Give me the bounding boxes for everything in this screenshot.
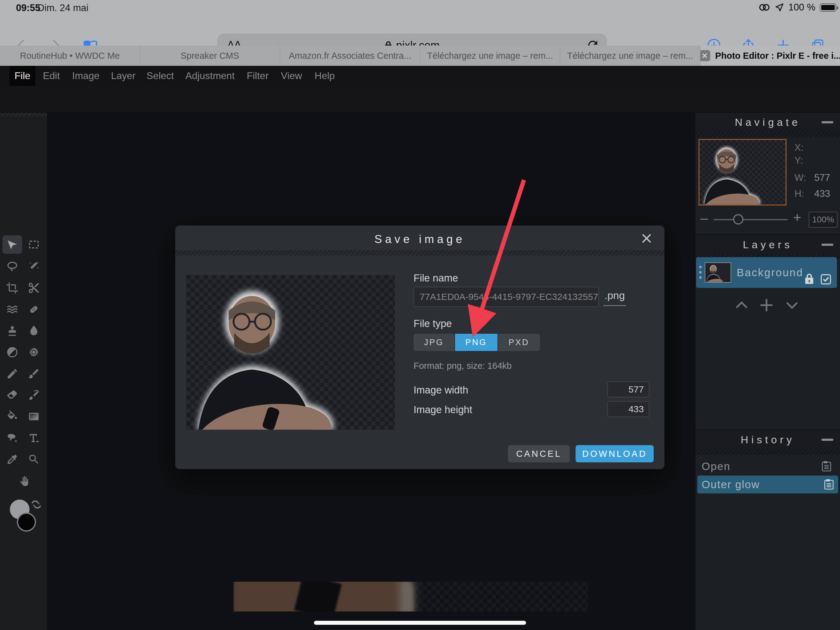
tool-cut[interactable] <box>24 279 44 297</box>
background-color-swatch[interactable] <box>17 513 36 532</box>
layer-name: Background <box>737 266 804 279</box>
dialog-hatch-band <box>175 250 665 256</box>
save-image-dialog: Save image File name 77A1ED0A-954 <box>175 225 665 469</box>
tool-heal[interactable] <box>24 300 44 319</box>
history-item-open[interactable]: Open <box>702 459 834 474</box>
file-type-png[interactable]: PNG <box>455 334 498 351</box>
image-width-input[interactable]: 577 <box>607 381 649 397</box>
layer-down-icon[interactable] <box>784 297 800 313</box>
tool-eraser[interactable] <box>2 386 22 404</box>
menu-file[interactable]: File <box>9 66 35 86</box>
tool-pen[interactable] <box>2 364 22 383</box>
tab-bar: RoutineHub • WWDC Me Spreaker CMS Amazon… <box>0 46 840 66</box>
zoom-slider-track[interactable] <box>713 219 788 220</box>
swap-colors-icon[interactable] <box>30 498 43 511</box>
hotspot-link-icon <box>758 3 771 12</box>
dialog-close-icon[interactable] <box>641 232 653 245</box>
tool-clone[interactable] <box>2 321 22 340</box>
tool-wand[interactable] <box>24 257 44 275</box>
history-header[interactable]: History <box>695 430 840 449</box>
navigate-header[interactable]: Navigate <box>695 112 840 131</box>
tool-dodge-burn[interactable] <box>2 343 22 361</box>
h-value: 433 <box>794 188 830 199</box>
file-extension[interactable]: .png <box>603 290 626 306</box>
tool-blur[interactable] <box>24 321 44 340</box>
history-collapse-icon[interactable] <box>821 438 833 441</box>
menu-filter[interactable]: Filter <box>243 66 272 86</box>
image-height-label: Image height <box>414 404 472 416</box>
clock: 09:55 <box>16 2 40 14</box>
zoom-value-box[interactable]: 100% <box>808 212 838 228</box>
tool-hand[interactable] <box>13 472 33 491</box>
image-preview <box>186 275 395 430</box>
zoom-slider-knob[interactable] <box>733 214 744 225</box>
file-type-pxd[interactable]: PXD <box>498 334 540 351</box>
history-doc-icon <box>821 460 832 473</box>
tool-temp-brush[interactable] <box>24 386 44 404</box>
menu-image[interactable]: Image <box>69 66 103 86</box>
zoom-in-icon[interactable]: + <box>793 210 801 225</box>
history-item-outer-glow[interactable]: Outer glow <box>697 476 838 494</box>
tool-crop[interactable] <box>2 279 22 297</box>
file-type-jpg[interactable]: JPG <box>414 334 455 351</box>
home-indicator[interactable] <box>314 621 526 625</box>
layer-add-icon[interactable] <box>758 297 775 313</box>
tool-sharpen[interactable] <box>24 343 44 361</box>
image-width-label: Image width <box>414 384 468 396</box>
tab-close-icon[interactable] <box>700 50 711 61</box>
pixlr-ipad-screen: 09:55 Dim. 24 mai 100 % AA pixlr.com Rou… <box>0 0 840 630</box>
tab-amazon[interactable]: Amazon.fr Associates Centra... <box>280 46 420 66</box>
menu-help[interactable]: Help <box>311 66 338 86</box>
file-type-label: File type <box>414 318 452 329</box>
tool-fill[interactable] <box>2 407 22 426</box>
menu-select[interactable]: Select <box>144 66 177 86</box>
menu-adjustment[interactable]: Adjustment <box>182 66 238 86</box>
date: Dim. 24 mai <box>38 2 88 14</box>
y-label: Y: <box>794 155 803 166</box>
location-arrow-icon <box>775 3 784 12</box>
menu-edit[interactable]: Edit <box>39 66 63 86</box>
layer-row-background[interactable]: Background <box>696 257 837 288</box>
palette-hatch <box>0 112 47 116</box>
battery-icon <box>820 3 836 12</box>
navigate-collapse-icon[interactable] <box>821 121 833 123</box>
layer-visible-checkbox[interactable] <box>820 273 832 285</box>
layer-up-icon[interactable] <box>734 297 750 313</box>
menu-view[interactable]: View <box>278 66 305 86</box>
tab-routinehub[interactable]: RoutineHub • WWDC Me <box>0 46 140 66</box>
status-icons: 100 % <box>758 2 836 13</box>
tab-telechargez-2[interactable]: Téléchargez une image – rem... <box>560 46 700 66</box>
context-bar: UNLOCK DUPLICATE Layer is locked in posi… <box>0 86 840 112</box>
tab-spreaker[interactable]: Spreaker CMS <box>140 46 280 66</box>
tool-arrange[interactable] <box>2 235 22 254</box>
right-sidebar: Navigate X: Y: W: 577 H: 433 – + 100% <box>695 112 840 630</box>
canvas-image-slice <box>234 582 588 611</box>
layer-lock-icon[interactable] <box>804 273 815 285</box>
download-button[interactable]: DOWNLOAD <box>576 445 654 462</box>
layer-drag-handle[interactable] <box>699 266 702 279</box>
navigate-thumbnail[interactable] <box>699 139 786 206</box>
file-name-label: File name <box>414 272 458 284</box>
tool-text[interactable] <box>24 429 44 447</box>
tool-gradient[interactable] <box>24 407 44 426</box>
tool-shape[interactable] <box>2 429 22 447</box>
zoom-out-icon[interactable]: – <box>700 211 708 226</box>
layers-collapse-icon[interactable] <box>821 244 833 246</box>
tool-liquify[interactable] <box>2 300 22 319</box>
cancel-button[interactable]: CANCEL <box>508 445 570 462</box>
tool-zoom[interactable] <box>24 450 44 469</box>
tool-brush[interactable] <box>24 364 44 383</box>
tool-lasso[interactable] <box>2 257 22 275</box>
w-value: 577 <box>794 172 830 184</box>
file-type-segment: JPG PNG PXD <box>414 334 540 351</box>
image-height-input[interactable]: 433 <box>607 401 649 417</box>
preview-person <box>186 275 395 430</box>
menu-layer[interactable]: Layer <box>108 66 139 86</box>
tab-pixlr-active[interactable]: Photo Editor : Pixlr E - free i... <box>700 46 840 66</box>
tab-telechargez-1[interactable]: Téléchargez une image – rem... <box>420 46 561 66</box>
layer-thumbnail <box>705 263 731 283</box>
tool-picker[interactable] <box>2 450 22 469</box>
tool-marquee[interactable] <box>24 235 44 254</box>
file-name-input[interactable]: 77A1ED0A-9543-4415-9797-EC3241325570-r <box>414 287 599 307</box>
layers-header[interactable]: Layers <box>695 235 840 254</box>
